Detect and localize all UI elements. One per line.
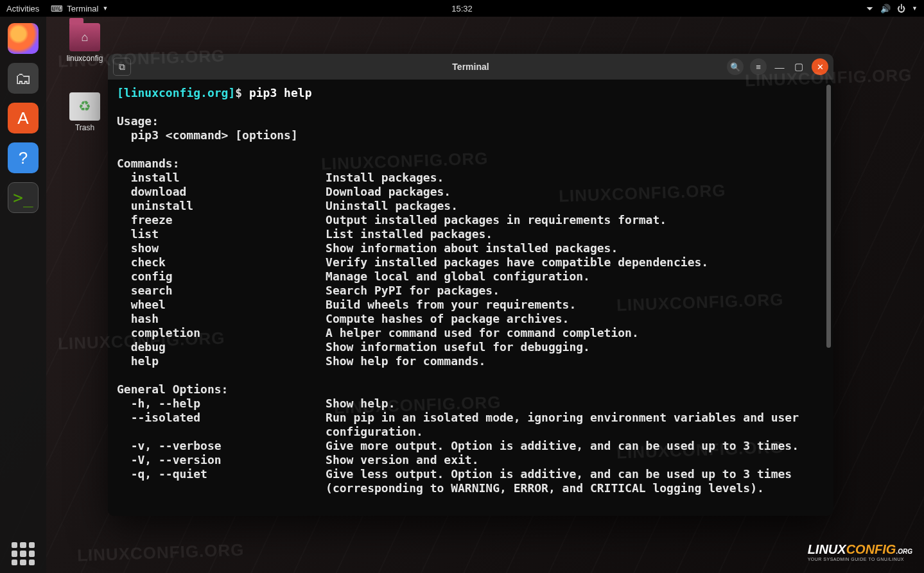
dock: 🗂 A ? >_ [0,17,46,573]
prompt-symbol: $ [235,86,242,99]
general-options-heading: General Options: [117,382,228,396]
clock[interactable]: 15:32 [451,4,473,13]
terminal-small-icon: ⌨ [51,4,63,13]
usage-line: pip3 <command> [options] [117,128,298,142]
scrollbar[interactable] [826,85,831,348]
terminal-output[interactable]: [linuxconfig.org]$ pip3 help Usage: pip3… [108,80,833,516]
power-icon: ⏻ [897,4,905,13]
window-title: Terminal [452,62,489,72]
network-icon: ⏷ [866,4,874,13]
desktop-icon-label: linuxconfig [59,54,110,63]
app-menu-label: Terminal [67,4,98,13]
trash-icon: ♻ [69,92,100,121]
terminal-dock-icon[interactable]: >_ [8,182,39,213]
close-button[interactable]: ✕ [812,58,828,75]
new-tab-button[interactable]: ⧉ [113,58,131,76]
desktop-trash[interactable]: ♻ Trash [59,92,110,132]
commands-heading: Commands: [117,157,180,170]
volume-icon: 🔊 [880,4,891,13]
system-status-area[interactable]: ⏷ 🔊 ⏻ ▼ [866,4,918,13]
chevron-down-icon: ▼ [102,5,108,12]
desktop-folder-linuxconfig[interactable]: ⌂ linuxconfig [59,23,110,63]
software-center-icon[interactable]: A [8,103,39,133]
show-applications-button[interactable] [12,542,35,565]
search-button[interactable]: 🔍 [727,58,744,75]
usage-heading: Usage: [117,114,159,128]
folder-icon: ⌂ [69,23,100,51]
gnome-top-bar: Activities ⌨ Terminal ▼ 15:32 ⏷ 🔊 ⏻ ▼ [0,0,924,17]
app-menu[interactable]: ⌨ Terminal ▼ [51,4,108,13]
activities-button[interactable]: Activities [6,4,39,13]
help-icon[interactable]: ? [8,142,39,173]
terminal-window: ⧉ Terminal 🔍 ≡ — ▢ ✕ [linuxconfig.org]$ … [108,54,833,516]
firefox-icon[interactable] [8,23,39,54]
minimize-button[interactable]: — [773,62,786,73]
files-icon[interactable]: 🗂 [8,63,39,94]
options-list: -h, --help Show help. --isolated Run pip… [117,397,799,495]
maximize-button[interactable]: ▢ [792,61,805,73]
chevron-down-icon: ▼ [912,5,918,12]
hamburger-menu-button[interactable]: ≡ [750,58,767,75]
watermark: LINUXCONFIG.ORG [77,540,245,565]
prompt-host: linuxconfig.org [124,86,229,99]
desktop: 🗂 A ? >_ ⌂ linuxconfig ♻ Trash ⧉ Termina… [0,17,924,573]
desktop-icon-label: Trash [59,123,110,132]
terminal-titlebar[interactable]: ⧉ Terminal 🔍 ≡ — ▢ ✕ [108,54,833,80]
linuxconfig-logo: LINUXCONFIG.ORG YOUR SYSADMIN GUIDE TO G… [808,542,912,561]
commands-list: install Install packages. download Downl… [117,171,708,368]
entered-command: pip3 help [249,86,312,99]
